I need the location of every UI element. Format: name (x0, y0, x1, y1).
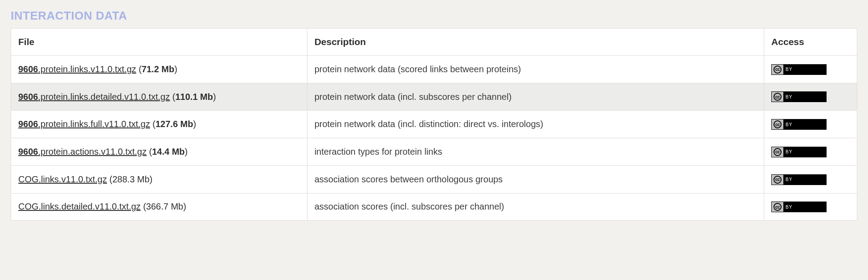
file-size-open: ( (152, 119, 156, 129)
cc-by-license-badge[interactable]: cc BY (771, 91, 827, 102)
cell-access: cc BY (764, 111, 857, 138)
file-size: 366.7 Mb (146, 202, 183, 211)
table-row: 9606.protein.links.full.v11.0.txt.gz (12… (11, 111, 857, 138)
cc-badge-left: cc (772, 202, 783, 212)
file-rest: .protein.links.detailed.v11.0.txt.gz (38, 92, 170, 102)
file-size-close: ) (150, 174, 153, 184)
file-download-link[interactable]: 9606.protein.links.detailed.v11.0.txt.gz (18, 92, 170, 102)
cell-file: COG.links.detailed.v11.0.txt.gz (366.7 M… (11, 193, 307, 221)
file-download-link[interactable]: 9606.protein.links.v11.0.txt.gz (18, 64, 136, 74)
cc-circle-icon: cc (774, 176, 782, 184)
cc-badge-right: BY (783, 119, 826, 129)
header-file: File (11, 29, 307, 56)
cc-circle-icon: cc (774, 148, 782, 156)
file-download-link[interactable]: COG.links.detailed.v11.0.txt.gz (18, 202, 141, 211)
file-size-close: ) (174, 64, 177, 74)
file-rest: COG.links.detailed.v11.0.txt.gz (18, 202, 141, 211)
cc-circle-icon: cc (774, 203, 782, 211)
interaction-data-table: File Description Access 9606.protein.lin… (11, 28, 857, 221)
cc-badge-right: BY (783, 175, 826, 185)
cc-by-license-badge[interactable]: cc BY (771, 64, 827, 75)
table-row: COG.links.detailed.v11.0.txt.gz (366.7 M… (11, 193, 857, 221)
header-description: Description (307, 29, 764, 56)
file-size: 110.1 Mb (175, 92, 213, 102)
file-prefix: 9606 (18, 119, 38, 129)
section-title: INTERACTION DATA (11, 9, 857, 23)
file-size: 127.6 Mb (156, 119, 193, 129)
cell-access: cc BY (764, 165, 857, 193)
cc-badge-left: cc (772, 147, 783, 157)
cc-badge-left: cc (772, 65, 783, 74)
cell-description: interaction types for protein links (307, 138, 764, 166)
cell-description: protein network data (incl. subscores pe… (307, 83, 764, 111)
cc-badge-right: BY (783, 65, 826, 74)
table-row: 9606.protein.links.detailed.v11.0.txt.gz… (11, 83, 857, 111)
cell-file: 9606.protein.links.full.v11.0.txt.gz (12… (11, 111, 307, 138)
table-row: 9606.protein.actions.v11.0.txt.gz (14.4 … (11, 138, 857, 166)
file-download-link[interactable]: COG.links.v11.0.txt.gz (18, 174, 107, 184)
cc-by-license-badge[interactable]: cc BY (771, 202, 827, 212)
cc-badge-right: BY (783, 92, 826, 102)
cell-file: COG.links.v11.0.txt.gz (288.3 Mb) (11, 165, 307, 193)
cell-file: 9606.protein.links.detailed.v11.0.txt.gz… (11, 83, 307, 111)
cc-badge-left: cc (772, 92, 783, 102)
cell-file: 9606.protein.links.v11.0.txt.gz (71.2 Mb… (11, 56, 307, 83)
cc-circle-icon: cc (774, 66, 782, 74)
file-size-close: ) (213, 92, 216, 102)
file-download-link[interactable]: 9606.protein.actions.v11.0.txt.gz (18, 147, 147, 156)
file-prefix: 9606 (18, 92, 38, 102)
file-size: 288.3 Mb (112, 174, 149, 184)
file-size-open: ( (143, 202, 146, 211)
cell-description: protein network data (incl. distinction:… (307, 111, 764, 138)
file-rest: .protein.links.v11.0.txt.gz (38, 64, 136, 74)
cc-badge-left: cc (772, 175, 783, 185)
cc-badge-right: BY (783, 202, 826, 212)
file-prefix: 9606 (18, 64, 38, 74)
cell-access: cc BY (764, 193, 857, 221)
cc-badge-left: cc (772, 119, 783, 129)
cell-description: association scores (incl. subscores per … (307, 193, 764, 221)
cc-by-license-badge[interactable]: cc BY (771, 174, 827, 185)
cell-description: association scores between orthologous g… (307, 165, 764, 193)
cell-access: cc BY (764, 56, 857, 83)
file-size: 71.2 Mb (142, 64, 174, 74)
file-size-close: ) (183, 202, 186, 211)
cc-by-license-badge[interactable]: cc BY (771, 147, 827, 157)
table-row: 9606.protein.links.v11.0.txt.gz (71.2 Mb… (11, 56, 857, 83)
file-rest: .protein.actions.v11.0.txt.gz (38, 147, 147, 156)
file-size-open: ( (139, 64, 142, 74)
file-download-link[interactable]: 9606.protein.links.full.v11.0.txt.gz (18, 119, 150, 129)
table-row: COG.links.v11.0.txt.gz (288.3 Mb) associ… (11, 165, 857, 193)
cc-by-license-badge[interactable]: cc BY (771, 119, 827, 130)
file-size-close: ) (193, 119, 196, 129)
file-size: 14.4 Mb (152, 147, 184, 156)
cell-access: cc BY (764, 138, 857, 166)
file-rest: COG.links.v11.0.txt.gz (18, 174, 107, 184)
file-rest: .protein.links.full.v11.0.txt.gz (38, 119, 150, 129)
file-prefix: 9606 (18, 147, 38, 156)
cc-circle-icon: cc (774, 120, 782, 128)
cc-circle-icon: cc (774, 93, 782, 101)
cell-access: cc BY (764, 83, 857, 111)
cell-file: 9606.protein.actions.v11.0.txt.gz (14.4 … (11, 138, 307, 166)
cc-badge-right: BY (783, 147, 826, 157)
file-size-close: ) (185, 147, 188, 156)
header-access: Access (764, 29, 857, 56)
cell-description: protein network data (scored links betwe… (307, 56, 764, 83)
